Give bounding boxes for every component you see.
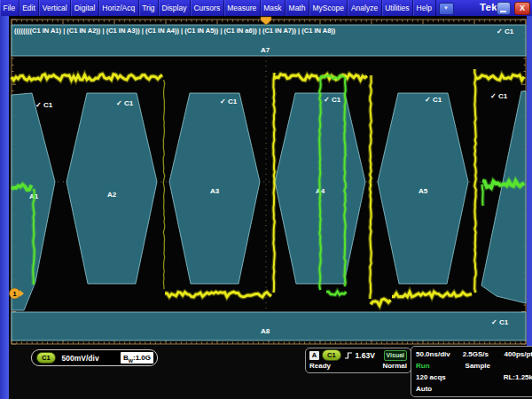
menu-bar: FileEditVerticalDigitalHoriz/AcqTrigDisp… <box>0 0 532 16</box>
mask-label-a2: A2 <box>107 191 117 199</box>
readout-bar: C1 500mV/div BW:1.0G A C1 1.63V Visual R… <box>9 346 532 399</box>
minimize-button[interactable] <box>497 2 511 15</box>
menu-item-cursors[interactable]: Cursors <box>191 0 224 16</box>
menu-item-help[interactable]: Help <box>413 0 435 16</box>
channel-readout[interactable]: C1 500mV/div BW:1.0G <box>31 349 158 366</box>
window-frame-right <box>527 16 532 348</box>
horizontal-readout[interactable]: 50.0ns/div 2.5GS/s 400ps/pt Run Sample 1… <box>411 346 532 397</box>
waveform-green-segment-6 <box>482 184 483 206</box>
trigger-status: Ready <box>309 362 331 370</box>
horizontal-row-4: Auto <box>416 383 532 395</box>
menu-item-myscope[interactable]: MyScope <box>309 0 348 16</box>
record-length: RL:1.25k <box>504 373 532 381</box>
menu-item-digital[interactable]: Digital <box>71 0 99 16</box>
trigger-a-badge: A <box>309 351 319 360</box>
menu-item-mask[interactable]: Mask <box>261 0 286 16</box>
menu-item-analyze[interactable]: Analyze <box>348 0 381 16</box>
mask-area-a2[interactable] <box>66 93 157 284</box>
trigger-row-1: A C1 1.63V Visual <box>309 349 407 361</box>
run-state: Run <box>416 362 430 370</box>
horizontal-row-2: Run Sample <box>416 360 532 372</box>
mask-label-a7: A7 <box>261 46 270 54</box>
menu-item-vertical[interactable]: Vertical <box>39 0 71 16</box>
trigger-mode-auto: Auto <box>416 385 432 393</box>
mask-label-a5: A5 <box>419 187 428 195</box>
channel-badge[interactable]: C1 <box>36 352 56 364</box>
tek-logo: Tek <box>480 2 497 12</box>
mask-channel-check-a6: ✓ C1 <box>490 92 508 100</box>
mask-channel-check-a3: ✓ C1 <box>220 98 238 106</box>
mask-label-a3: A3 <box>210 187 220 195</box>
menu-overflow-button[interactable]: ▼ <box>439 3 454 15</box>
menu-item-utilities[interactable]: Utilities <box>382 0 413 16</box>
waveform-display[interactable]: A7✓ C1((((((((C1 IN A1) | (C1 IN A2)) | … <box>9 16 527 348</box>
menu-items: FileEditVerticalDigitalHoriz/AcqTrigDisp… <box>0 0 436 16</box>
horizontal-row-3: 120 acqs RL:1.25k <box>416 372 532 383</box>
visual-trigger-badge[interactable]: Visual <box>384 350 408 361</box>
trigger-level: 1.63V <box>356 351 375 360</box>
menu-item-trig[interactable]: Trig <box>139 0 159 16</box>
menu-item-file[interactable]: File <box>0 0 20 16</box>
waveform-yellow-segment-1 <box>163 80 165 289</box>
timebase: 50.0ns/div <box>416 350 450 358</box>
scope-screen: A7✓ C1((((((((C1 IN A1) | (C1 IN A2)) | … <box>9 16 527 348</box>
waveform-yellow-segment-3 <box>273 73 275 293</box>
close-icon: X <box>520 4 525 12</box>
mask-channel-check-a8: ✓ C1 <box>491 318 509 326</box>
channel-scale: 500mV/div <box>62 354 99 363</box>
channel-1-marker-label: 1 <box>12 290 17 298</box>
sample-rate: 2.5GS/s <box>463 350 489 358</box>
mask-channel-check-a4: ✓ C1 <box>324 96 341 104</box>
bandwidth-readout: BW:1.0G <box>121 352 153 364</box>
mask-area-a8[interactable] <box>12 312 526 340</box>
resolution: 400ps/pt <box>505 350 532 358</box>
menu-item-math[interactable]: Math <box>286 0 309 16</box>
mask-label-a8: A8 <box>261 327 270 335</box>
mask-area-a6[interactable] <box>481 91 526 303</box>
minimize-icon <box>500 11 506 12</box>
trigger-row-2: Ready Normal <box>309 362 407 370</box>
menu-item-horiz-acq[interactable]: Horiz/Acq <box>99 0 139 16</box>
menu-item-measure[interactable]: Measure <box>224 0 261 16</box>
window-frame-left <box>0 16 9 399</box>
mask-channel-check-a7: ✓ C1 <box>497 27 514 35</box>
mask-channel-check-a1: ✓ C1 <box>35 101 53 109</box>
mask-formula: ((((((((C1 IN A1) | (C1 IN A2)) | (C1 IN… <box>14 27 336 35</box>
horizontal-row-1: 50.0ns/div 2.5GS/s 400ps/pt <box>416 348 532 360</box>
close-button[interactable]: X <box>514 2 530 15</box>
mask-channel-check-a2: ✓ C1 <box>116 99 134 107</box>
mask-channel-check-a5: ✓ C1 <box>425 96 442 104</box>
menu-item-display[interactable]: Display <box>159 0 191 16</box>
bw-value: :1.0G <box>133 354 151 362</box>
chevron-down-icon: ▼ <box>443 5 449 11</box>
menu-item-edit[interactable]: Edit <box>20 0 40 16</box>
acquisition-mode: Sample <box>466 362 490 370</box>
trigger-source-badge: C1 <box>322 349 341 361</box>
waveform-green-segment-4 <box>344 77 346 286</box>
rising-edge-icon <box>344 351 353 360</box>
trigger-mode: Normal <box>382 362 407 370</box>
waveform-yellow-segment-5 <box>370 75 372 299</box>
trigger-position-marker[interactable] <box>261 17 271 25</box>
trigger-readout[interactable]: A C1 1.63V Visual Ready Normal <box>305 348 411 373</box>
acquisition-count: 120 acqs <box>416 373 446 381</box>
oscilloscope-window: FileEditVerticalDigitalHoriz/AcqTrigDisp… <box>0 0 532 399</box>
